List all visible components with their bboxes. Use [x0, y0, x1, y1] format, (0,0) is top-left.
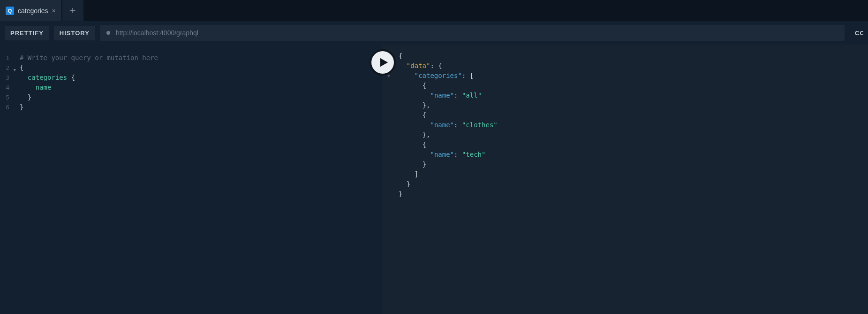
fold-gutter: ▼▼▼	[383, 45, 392, 314]
play-icon	[378, 57, 389, 68]
query-comment: # Write your query or mutation here	[20, 54, 158, 61]
response-viewer[interactable]: ▼▼▼ { "data": { "categories": [ { "name"…	[383, 45, 868, 314]
tab-bar: Q categories × +	[0, 0, 868, 21]
copy-curl-button[interactable]: COP	[849, 30, 863, 37]
response-code: { "data": { "categories": [ { "name": "a…	[392, 45, 504, 314]
endpoint-field[interactable]	[100, 25, 845, 41]
query-sub-field: name	[36, 84, 52, 91]
query-code[interactable]: # Write your query or mutation here { ca…	[13, 45, 165, 314]
execute-button[interactable]	[370, 49, 396, 76]
tab-title: categories	[18, 7, 48, 15]
toolbar: PRETTIFY HISTORY COP	[0, 21, 868, 45]
new-tab-button[interactable]: +	[62, 0, 83, 21]
close-icon[interactable]: ×	[52, 7, 56, 15]
endpoint-input[interactable]	[116, 29, 838, 37]
line-gutter: 12▼3456	[0, 45, 13, 314]
query-badge: Q	[6, 7, 14, 15]
connection-dot-icon	[106, 31, 110, 35]
editor-panes: 12▼3456 # Write your query or mutation h…	[0, 45, 868, 314]
tab-categories[interactable]: Q categories ×	[0, 0, 62, 21]
history-button[interactable]: HISTORY	[54, 26, 95, 40]
prettify-button[interactable]: PRETTIFY	[5, 26, 49, 40]
query-root-field: categories	[28, 74, 67, 81]
query-editor[interactable]: 12▼3456 # Write your query or mutation h…	[0, 45, 383, 314]
